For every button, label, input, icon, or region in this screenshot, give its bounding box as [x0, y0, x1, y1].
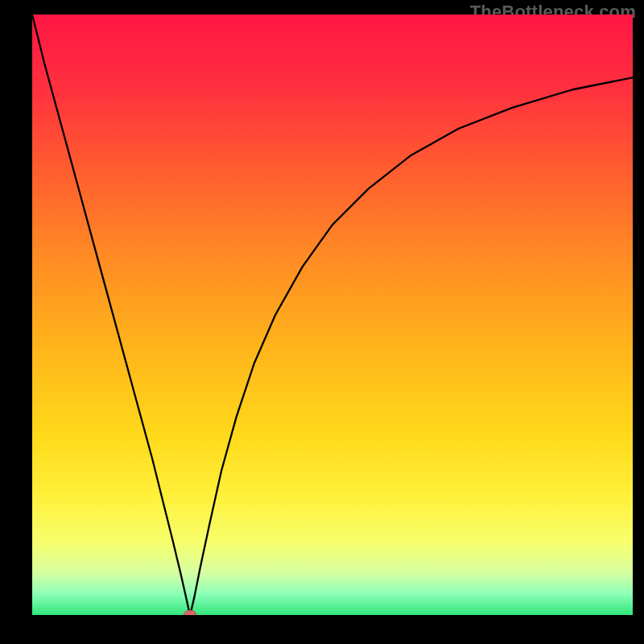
- gradient-background: [32, 14, 633, 615]
- plot-area: [32, 14, 633, 615]
- chart-svg: [32, 14, 633, 615]
- chart-frame: TheBottleneck.com: [0, 0, 644, 644]
